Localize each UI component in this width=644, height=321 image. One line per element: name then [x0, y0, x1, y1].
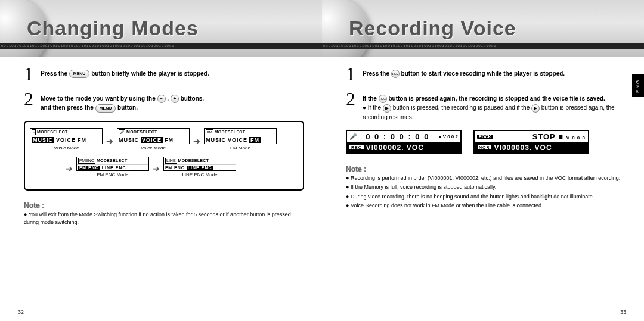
arrow-icon: ➔: [153, 164, 160, 173]
lineenc-mode-lcd: LINEMODESELECT FM ENCLINE ENC LINE ENC M…: [163, 157, 236, 181]
nor-tag: NOR: [477, 145, 492, 150]
step-number: 2: [346, 91, 363, 107]
step-number: 1: [346, 66, 363, 82]
step-1-text: Press the MENU button briefly while the …: [41, 66, 304, 78]
page-right: Recording Voice 000101001011010100100101…: [322, 0, 644, 321]
mode-diagram-box: ♪MODESELECT MUSICVOICEFM Music Mode ➔ 🎤M…: [24, 121, 304, 191]
mic-icon: [349, 133, 357, 140]
arrow-icon: ➔: [193, 136, 200, 146]
binary-strip: 0001010010110101001001010010100101001010…: [322, 43, 644, 49]
page-title-left: Changing Modes: [27, 17, 199, 40]
plus-icon: +: [171, 95, 179, 103]
mic-icon: 🎤: [119, 129, 125, 135]
lcd-row: 0 0 : 0 0 : 0 0 ● V 0 0 2 REC VI000002. …: [346, 130, 626, 154]
voice-mode-lcd: 🎤MODESELECT MUSICVOICEFM Voice Mode: [117, 128, 190, 154]
page-number: 33: [620, 309, 626, 315]
note-text: ● You will exit from the Mode Switching …: [24, 211, 304, 227]
arrow-icon: ➔: [106, 136, 113, 146]
stopped-lcd: ROCK STOP ■ V 0 0 3 NOR VI000003. VOC: [473, 130, 589, 154]
content-right: 1 Press the REC button to start vioce re…: [346, 66, 626, 210]
page-left: Changing Modes 0001010010110101001001010…: [0, 0, 322, 321]
note-icon: ♪: [32, 129, 36, 135]
recording-lcd: 0 0 : 0 0 : 0 0 ● V 0 0 2 REC VI000002. …: [346, 130, 462, 154]
note-text: ● If the Memory is full, voice recording…: [346, 183, 626, 192]
menu-button-icon: MENU: [95, 104, 116, 113]
note-text: ● Recording is performed in order (VI000…: [346, 174, 626, 183]
minus-icon: −: [157, 95, 166, 103]
fmenc-icon: FMENC: [78, 158, 95, 164]
header: Changing Modes 0001010010110101001001010…: [0, 0, 322, 57]
language-tab: ENG: [632, 74, 644, 97]
step-1-text: Press the REC button to start vioce reco…: [363, 66, 626, 78]
note-text: ● During vioce recording, there is no be…: [346, 193, 626, 201]
line-icon: LINE: [165, 158, 177, 164]
page-number: 32: [18, 309, 24, 315]
step-1: 1 Press the MENU button briefly while th…: [24, 66, 304, 82]
header: Recording Voice 000101001011010100100101…: [322, 0, 644, 57]
step-2-text: If the REC button is pressed again, the …: [363, 91, 626, 121]
step-number: 1: [24, 66, 41, 82]
note-heading: Note :: [24, 201, 304, 210]
page-title-right: Recording Voice: [349, 17, 516, 40]
content-left: 1 Press the MENU button briefly while th…: [24, 66, 304, 227]
rec-tag: REC: [349, 145, 364, 149]
arrow-icon: ➔: [66, 164, 73, 173]
binary-strip: 0001010010110101001001010010100101001010…: [0, 43, 322, 49]
step-2-text: Move to the mode you want by using the −…: [41, 91, 304, 113]
rock-tag: ROCK: [477, 135, 493, 139]
step-2: 2 Move to the mode you want by using the…: [24, 91, 304, 113]
rec-button-icon: REC: [391, 70, 400, 78]
fm-icon: FM: [206, 129, 213, 135]
play-button-icon: ▶: [383, 104, 391, 113]
note-heading: Note :: [346, 165, 626, 173]
fmenc-mode-lcd: FMENCMODESELECT FM ENCLINE ENC FM ENC Mo…: [76, 157, 149, 181]
fm-mode-lcd: FMMODESELECT MUSICVOICEFM FM Mode: [204, 128, 277, 154]
step-number: 2: [24, 91, 41, 107]
menu-button-icon: MENU: [69, 70, 90, 78]
note-text: ● Voice Recording does not work in FM Mo…: [346, 202, 626, 210]
rec-button-icon: REC: [379, 95, 387, 103]
step-1: 1 Press the REC button to start vioce re…: [346, 66, 626, 82]
play-button-icon: ▶: [531, 104, 540, 113]
music-mode-lcd: ♪MODESELECT MUSICVOICEFM Music Mode: [30, 128, 103, 154]
step-2: 2 If the REC button is pressed again, th…: [346, 91, 626, 121]
